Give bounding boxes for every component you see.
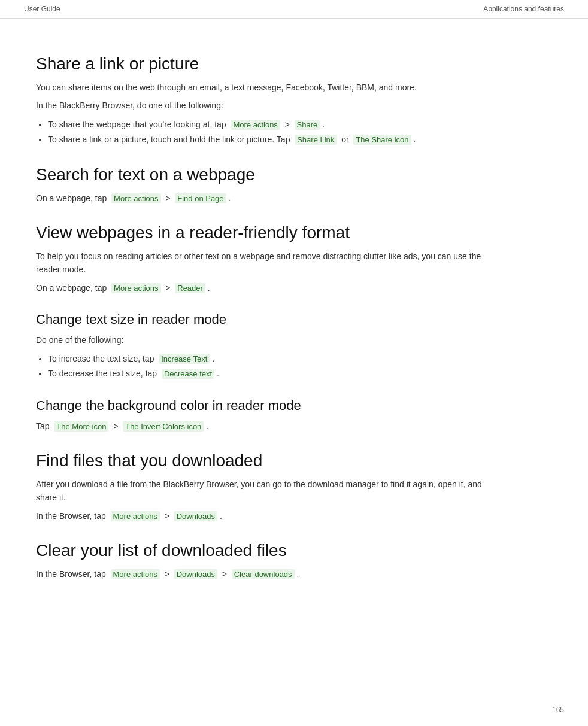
highlight-reader: Reader — [175, 283, 205, 293]
highlight-share-link: Share Link — [295, 135, 337, 145]
highlight-find-on-page: Find on Page — [175, 193, 226, 203]
list-item: To increase the text size, tap Increase … — [48, 351, 503, 366]
highlight-invert-colors-icon: The Invert Colors icon — [123, 421, 204, 432]
section-heading-find-downloads: Find files that you downloaded — [36, 451, 503, 470]
highlight-decrease-text: Decrease text — [162, 369, 214, 379]
header-right: Applications and features — [483, 5, 564, 13]
highlight-clear-downloads: Clear downloads — [232, 569, 295, 579]
highlight-more-actions-4: More actions — [111, 511, 160, 521]
page-footer: 165 — [552, 706, 564, 714]
section-heading-reader-format: View webpages in a reader-friendly forma… — [36, 223, 503, 242]
highlight-increase-text: Increase Text — [159, 354, 210, 364]
page-header: User Guide Applications and features — [0, 0, 588, 19]
bg-color-para1: Tap The More icon > The Invert Colors ic… — [36, 420, 503, 433]
highlight-more-actions-2: More actions — [111, 193, 160, 203]
text-size-list: To increase the text size, tap Increase … — [48, 351, 503, 381]
highlight-more-actions-1: More actions — [231, 120, 280, 130]
highlight-more-actions-5: More actions — [111, 569, 160, 579]
section-heading-bg-color: Change the background color in reader mo… — [36, 398, 503, 414]
section-heading-clear-downloads: Clear your list of downloaded files — [36, 541, 503, 560]
highlight-downloads-1: Downloads — [174, 511, 217, 521]
reader-format-para2: On a webpage, tap More actions > Reader … — [36, 281, 503, 295]
highlight-more-icon: The More icon — [54, 421, 108, 432]
text-size-para1: Do one of the following: — [36, 333, 503, 347]
find-downloads-para2: In the Browser, tap More actions > Downl… — [36, 509, 503, 523]
clear-downloads-para1: In the Browser, tap More actions > Downl… — [36, 567, 503, 581]
highlight-downloads-2: Downloads — [174, 569, 217, 579]
section-heading-text-size: Change text size in reader mode — [36, 312, 503, 327]
section-heading-share-link: Share a link or picture — [36, 54, 503, 74]
header-left: User Guide — [24, 5, 60, 13]
share-link-para2: In the BlackBerry Browser, do one of the… — [36, 99, 503, 112]
page-number: 165 — [552, 706, 564, 714]
share-link-para1: You can share items on the web through a… — [36, 81, 503, 94]
share-link-list: To share the webpage that you're looking… — [48, 117, 503, 147]
list-item: To share the webpage that you're looking… — [48, 117, 503, 132]
list-item: To share a link or a picture, touch and … — [48, 132, 503, 147]
page-content: Share a link or picture You can share it… — [0, 19, 539, 621]
section-heading-search-text: Search for text on a webpage — [36, 165, 503, 184]
search-text-para1: On a webpage, tap More actions > Find on… — [36, 192, 503, 205]
find-downloads-para1: After you download a file from the Black… — [36, 478, 503, 505]
highlight-more-actions-3: More actions — [111, 283, 160, 293]
highlight-share-icon: The Share icon — [353, 135, 411, 145]
highlight-share: Share — [295, 120, 320, 130]
list-item: To decrease the text size, tap Decrease … — [48, 366, 503, 381]
reader-format-para1: To help you focus on reading articles or… — [36, 250, 503, 277]
